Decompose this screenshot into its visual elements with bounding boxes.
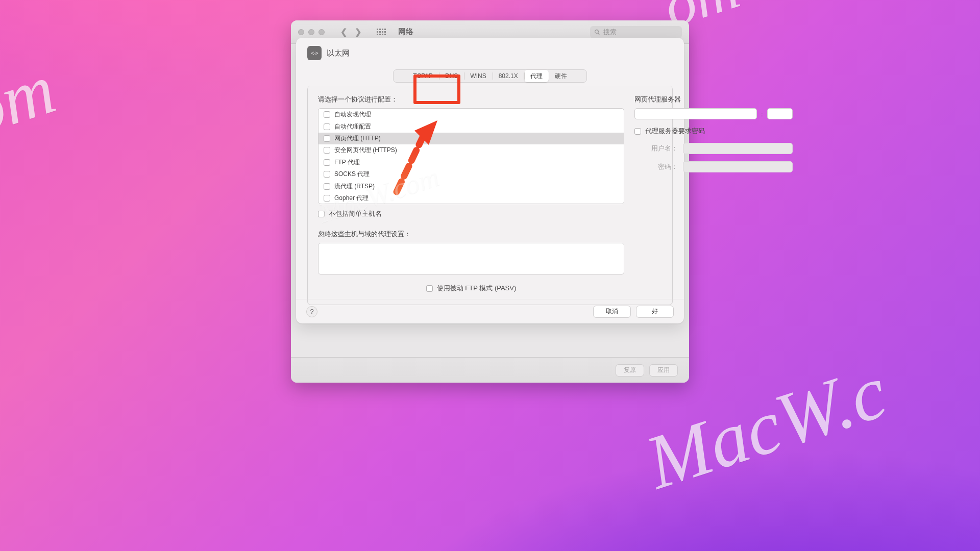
protocol-item-https[interactable]: 安全网页代理 (HTTPS) xyxy=(318,144,624,156)
checkbox[interactable] xyxy=(324,183,330,190)
protocol-item-label: SOCKS 代理 xyxy=(334,170,370,179)
window-title: 网络 xyxy=(398,27,413,37)
protocol-item-socks[interactable]: SOCKS 代理 xyxy=(318,168,624,180)
protocol-item-label: 自动发现代理 xyxy=(334,110,371,119)
checkbox[interactable] xyxy=(324,111,330,118)
window-controls xyxy=(298,29,325,35)
checkbox[interactable] xyxy=(318,211,325,217)
tab-proxy[interactable]: 代理 xyxy=(524,70,549,82)
protocol-item-auto-config[interactable]: 自动代理配置 xyxy=(318,120,624,132)
watermark-text: .com xyxy=(0,47,65,167)
checkbox[interactable] xyxy=(324,147,330,154)
apply-button[interactable]: 应用 xyxy=(649,364,678,377)
sheet-header: <··> 以太网 xyxy=(307,46,673,60)
cancel-button[interactable]: 取消 xyxy=(593,306,631,318)
tab-8021x[interactable]: 802.1X xyxy=(493,70,524,82)
sheet-actions: 取消 好 xyxy=(593,306,674,318)
back-button[interactable]: ❮ xyxy=(337,27,350,38)
search-icon xyxy=(594,29,600,35)
username-row: 用户名： xyxy=(634,143,793,154)
tab-tcpip[interactable]: TCP/IP xyxy=(407,70,439,82)
search-placeholder: 搜索 xyxy=(603,28,617,37)
advanced-sheet: <··> 以太网 TCP/IP DNS WINS 802.1X 代理 硬件 请选… xyxy=(296,38,684,323)
pasv-label: 使用被动 FTP 模式 (PASV) xyxy=(437,284,517,293)
tab-hardware[interactable]: 硬件 xyxy=(549,70,573,82)
username-input[interactable] xyxy=(683,143,793,154)
protocol-item-label: FTP 代理 xyxy=(334,158,360,167)
require-password-row[interactable]: 代理服务器要求密码 xyxy=(634,127,793,136)
tab-bar: TCP/IP DNS WINS 802.1X 代理 硬件 xyxy=(393,69,587,83)
interface-name: 以太网 xyxy=(327,48,350,58)
checkbox[interactable] xyxy=(324,135,330,142)
checkbox[interactable] xyxy=(324,123,330,130)
server-port-input[interactable] xyxy=(767,108,793,119)
protocol-item-auto-discovery[interactable]: 自动发现代理 xyxy=(318,109,624,120)
server-colon: : xyxy=(760,110,764,118)
protocol-item-http[interactable]: 网页代理 (HTTP) xyxy=(318,133,624,144)
protocol-item-ftp[interactable]: FTP 代理 xyxy=(318,157,624,168)
search-input[interactable]: 搜索 xyxy=(590,26,682,38)
sheet-footer: ? 取消 好 xyxy=(296,299,684,323)
password-input[interactable] xyxy=(683,161,793,172)
protocol-item-label: 流代理 (RTSP) xyxy=(334,182,375,191)
protocol-item-gopher[interactable]: Gopher 代理 xyxy=(318,192,624,204)
server-column: 网页代理服务器 : 代理服务器要求密码 用户名： 密码： xyxy=(634,95,793,296)
exclude-simple-label: 不包括简单主机名 xyxy=(329,209,382,218)
checkbox[interactable] xyxy=(634,128,641,135)
checkbox[interactable] xyxy=(324,171,330,178)
password-row: 密码： xyxy=(634,161,793,172)
pasv-row[interactable]: 使用被动 FTP 模式 (PASV) xyxy=(318,284,624,293)
protocol-item-label: 网页代理 (HTTP) xyxy=(334,134,381,143)
forward-button[interactable]: ❯ xyxy=(351,27,364,38)
tab-dns[interactable]: DNS xyxy=(439,70,464,82)
minimize-icon[interactable] xyxy=(308,29,314,35)
close-icon[interactable] xyxy=(298,29,304,35)
protocol-item-label: Gopher 代理 xyxy=(334,194,369,203)
bypass-label: 忽略这些主机与域的代理设置： xyxy=(318,230,624,239)
ok-button[interactable]: 好 xyxy=(636,306,674,318)
show-all-icon[interactable] xyxy=(376,27,387,38)
protocol-item-label: 自动代理配置 xyxy=(334,122,371,131)
sheet-content: 请选择一个协议进行配置： 自动发现代理 自动代理配置 网页代理 (HTTP) 安… xyxy=(307,86,673,305)
protocol-item-label: 安全网页代理 (HTTPS) xyxy=(334,146,397,155)
username-label: 用户名： xyxy=(647,144,678,153)
protocol-list[interactable]: 自动发现代理 自动代理配置 网页代理 (HTTP) 安全网页代理 (HTTPS)… xyxy=(318,108,624,204)
checkbox[interactable] xyxy=(426,285,433,292)
tab-wins[interactable]: WINS xyxy=(464,70,492,82)
restore-button[interactable]: 复原 xyxy=(616,364,644,377)
server-row: : xyxy=(634,108,793,119)
background-footer: 复原 应用 xyxy=(291,357,689,383)
help-button[interactable]: ? xyxy=(306,306,317,317)
server-host-input[interactable] xyxy=(634,108,757,119)
protocol-item-rtsp[interactable]: 流代理 (RTSP) xyxy=(318,180,624,192)
bypass-textarea[interactable] xyxy=(318,243,624,274)
require-password-label: 代理服务器要求密码 xyxy=(645,127,705,136)
protocol-column: 请选择一个协议进行配置： 自动发现代理 自动代理配置 网页代理 (HTTP) 安… xyxy=(318,95,624,296)
exclude-simple-row[interactable]: 不包括简单主机名 xyxy=(318,209,624,218)
ethernet-icon: <··> xyxy=(307,46,322,60)
password-label: 密码： xyxy=(647,162,678,171)
nav-buttons: ❮ ❯ xyxy=(337,27,364,38)
server-label: 网页代理服务器 xyxy=(634,95,793,104)
protocol-label: 请选择一个协议进行配置： xyxy=(318,95,624,104)
zoom-icon[interactable] xyxy=(318,29,325,35)
checkbox[interactable] xyxy=(324,195,330,202)
checkbox[interactable] xyxy=(324,159,330,166)
